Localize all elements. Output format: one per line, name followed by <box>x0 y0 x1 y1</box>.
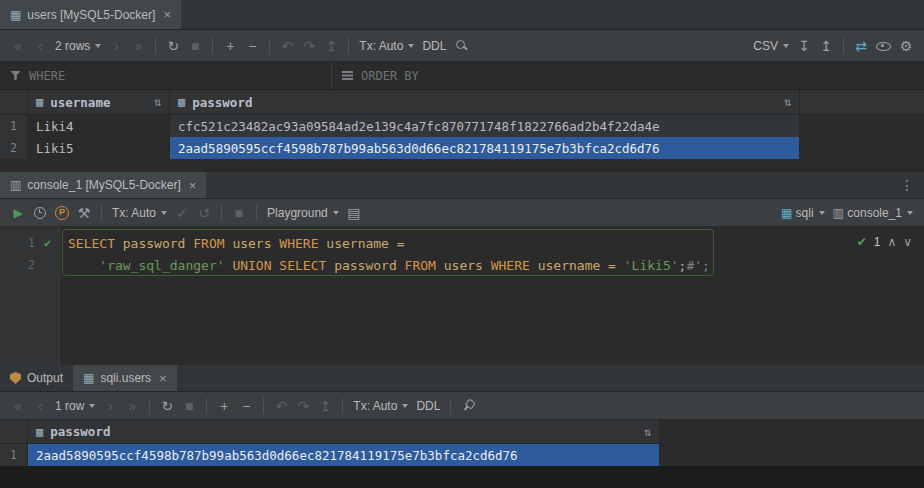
pin-tab-button[interactable] <box>458 395 478 417</box>
grid-cell[interactable]: Liki4 <box>28 115 170 137</box>
query-history-button[interactable] <box>30 202 50 224</box>
result-grid-users: 1Liki4cfc521c23482ac93a09584ad2e139c4a7f… <box>0 115 924 159</box>
console-settings-button[interactable]: ⚒ <box>74 202 94 224</box>
close-icon[interactable]: × <box>159 372 167 385</box>
previous-result-icon[interactable]: ∧ <box>887 235 896 249</box>
previous-page-button[interactable]: ‹ <box>30 35 50 57</box>
tab-output[interactable]: Output <box>0 365 73 391</box>
parameter-icon: P <box>55 206 69 220</box>
execute-button[interactable]: ▶ <box>8 202 28 224</box>
redo-button[interactable]: ↷ <box>299 35 319 57</box>
first-page-button[interactable]: « <box>8 395 28 417</box>
tab-label: users [MySQL5-Docker] <box>27 8 155 22</box>
table-row[interactable]: 1Liki4cfc521c23482ac93a09584ad2e139c4a7f… <box>0 115 924 137</box>
stop-button[interactable]: ■ <box>229 202 249 224</box>
page-size-dropdown[interactable]: 2 rows <box>52 35 104 57</box>
row-number[interactable]: 1 <box>0 115 28 137</box>
tx-mode-dropdown[interactable]: Tx: Auto <box>356 35 417 57</box>
order-by-input[interactable]: ORDER BY <box>332 62 429 89</box>
submit-changes-button[interactable]: ↥ <box>315 395 335 417</box>
next-result-icon[interactable]: ∨ <box>903 235 912 249</box>
revert-changes-button[interactable]: ↶ <box>277 35 297 57</box>
row-number[interactable]: 2 <box>0 137 28 159</box>
reload-data-button[interactable]: ↻ <box>157 395 177 417</box>
grid-cell[interactable]: 2aad5890595ccf4598b787b99ab563d0d66ec821… <box>170 137 800 159</box>
ddl-button[interactable]: DDL <box>419 35 449 57</box>
more-options-icon[interactable]: ⋮ <box>890 172 924 198</box>
compare-data-button[interactable]: ⇄ <box>851 35 871 57</box>
grid-cell[interactable]: Liki5 <box>28 137 170 159</box>
settings-button[interactable]: ⚙ <box>896 35 916 57</box>
editor-tab-bar: ▦ users [MySQL5-Docker] × <box>0 0 924 30</box>
editor-code-area[interactable]: SELECT password FROM users WHERE usernam… <box>60 227 924 365</box>
export-data-button[interactable]: ↧ <box>794 35 814 57</box>
divider <box>101 205 102 221</box>
add-row-button[interactable]: + <box>220 35 240 57</box>
previous-page-button[interactable]: ‹ <box>30 395 50 417</box>
divider <box>348 38 349 54</box>
table-row[interactable]: 2Liki52aad5890595ccf4598b787b99ab563d0d6… <box>0 137 924 159</box>
session-selector[interactable]: ▥ console_1 <box>830 202 916 224</box>
result-count: 1 <box>874 235 881 249</box>
page-size-dropdown[interactable]: 1 row <box>52 395 98 417</box>
delete-row-button[interactable]: − <box>242 35 262 57</box>
table-row[interactable]: 12aad5890595ccf4598b787b99ab563d0d66ec82… <box>0 444 924 466</box>
console-toolbar: ▶ P ⚒ Tx: Auto ✓ ↺ ■ Playground ▤ ▦ sqli… <box>0 199 924 227</box>
sort-icon[interactable]: ⇅ <box>154 95 161 109</box>
delete-row-button[interactable]: − <box>236 395 256 417</box>
reload-data-button[interactable]: ↻ <box>163 35 183 57</box>
last-page-button[interactable]: » <box>128 35 148 57</box>
panel-gap <box>0 159 924 172</box>
close-icon[interactable]: × <box>163 8 171 21</box>
where-filter-input[interactable]: WHERE <box>0 62 332 89</box>
revert-changes-button[interactable]: ↶ <box>271 395 291 417</box>
grid-corner[interactable] <box>0 420 28 443</box>
parameters-button[interactable]: P <box>52 202 72 224</box>
sort-icon[interactable]: ⇅ <box>784 95 791 109</box>
rollback-button[interactable]: ↺ <box>194 202 214 224</box>
sql-editor[interactable]: 1✔2 SELECT password FROM users WHERE use… <box>0 227 924 365</box>
commit-button[interactable]: ✓ <box>172 202 192 224</box>
first-page-button[interactable]: « <box>8 35 28 57</box>
tab-sqli-users[interactable]: ▦ sqli.users × <box>73 365 177 391</box>
view-options-button[interactable] <box>873 35 894 57</box>
stop-button[interactable]: ■ <box>179 395 199 417</box>
divider <box>342 398 343 414</box>
bottom-empty-area <box>0 466 924 488</box>
tx-mode-dropdown[interactable]: Tx: Auto <box>109 202 170 224</box>
view-as-table-button[interactable]: ▤ <box>344 202 364 224</box>
next-page-button[interactable]: › <box>100 395 120 417</box>
row-number[interactable]: 1 <box>0 444 28 466</box>
next-page-button[interactable]: › <box>106 35 126 57</box>
row-filler <box>800 115 924 137</box>
stop-button[interactable]: ■ <box>185 35 205 57</box>
column-header-password[interactable]: ▦ password ⇅ <box>170 90 800 114</box>
export-format-dropdown[interactable]: CSV <box>750 35 792 57</box>
last-page-button[interactable]: » <box>122 395 142 417</box>
close-icon[interactable]: × <box>189 179 197 192</box>
playground-mode-dropdown[interactable]: Playground <box>264 202 342 224</box>
ddl-button[interactable]: DDL <box>413 395 443 417</box>
column-header-username[interactable]: ▦ username ⇅ <box>28 90 170 114</box>
redo-button[interactable]: ↷ <box>293 395 313 417</box>
sort-icon[interactable]: ⇅ <box>644 425 651 439</box>
import-data-button[interactable]: ↥ <box>816 35 836 57</box>
tab-console-1[interactable]: ▥ console_1 [MySQL5-Docker] × <box>0 172 206 198</box>
chevron-down-icon <box>333 211 339 215</box>
column-header-password[interactable]: ▦ password ⇅ <box>28 420 660 443</box>
add-row-button[interactable]: + <box>214 395 234 417</box>
grid-cell[interactable]: 2aad5890595ccf4598b787b99ab563d0d66ec821… <box>28 444 660 466</box>
inline-result-widget: ✔ 1 ∧ ∨ <box>857 235 912 249</box>
schema-selector[interactable]: ▦ sqli <box>778 202 828 224</box>
table-icon: ▦ <box>10 9 21 21</box>
divider <box>256 205 257 221</box>
tab-users-grid[interactable]: ▦ users [MySQL5-Docker] × <box>0 0 181 29</box>
grid-corner[interactable] <box>0 90 28 114</box>
grid-cell[interactable]: cfc521c23482ac93a09584ad2e139c4a7fc87077… <box>170 115 800 137</box>
search-icon[interactable] <box>451 35 471 57</box>
submit-changes-button[interactable]: ↥ <box>321 35 341 57</box>
session-group: ▦ sqli ▥ console_1 <box>778 202 916 224</box>
grid-header: ▦ username ⇅ ▦ password ⇅ <box>0 90 924 115</box>
tab-label: sqli.users <box>100 371 151 385</box>
tx-mode-dropdown[interactable]: Tx: Auto <box>350 395 411 417</box>
